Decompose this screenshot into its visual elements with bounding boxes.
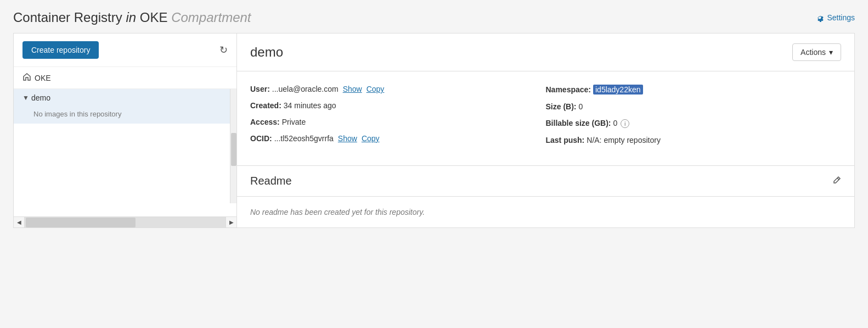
ocid-label: OCID: [250, 134, 272, 143]
created-label: Created: [250, 101, 281, 110]
collapse-arrow-icon: ▼ [22, 94, 29, 102]
billable-label: Billable size (GB): [546, 119, 611, 127]
size-row: Size (B): 0 [546, 102, 842, 111]
main-content: Create repository ↻ OKE ▼ [0, 33, 868, 241]
ocid-row: OCID: ...tl52eosh5gvrrfa Show Copy [250, 134, 546, 143]
settings-label: Settings [827, 13, 855, 22]
left-panel-toolbar: Create repository ↻ [14, 34, 236, 67]
namespace-label: Namespace: [546, 85, 591, 94]
ocid-show-link[interactable]: Show [338, 134, 357, 143]
tree-area: OKE ▼ demo No images in this repository [14, 67, 236, 227]
horizontal-scrollbar-area: ◀ ▶ [14, 216, 236, 227]
tree-child-header: ▼ demo [14, 89, 230, 107]
namespace-row: Namespace: id5lady22ken [546, 85, 842, 94]
tree-scroll-wrapper: ▼ demo No images in this repository [14, 89, 236, 216]
user-row: User: ...uela@oracle.com Show Copy [250, 85, 546, 93]
access-row: Access: Private [250, 118, 546, 126]
h-scroll-track[interactable] [25, 217, 226, 227]
ocid-copy-link[interactable]: Copy [362, 134, 380, 143]
created-row: Created: 34 minutes ago [250, 101, 546, 110]
tree-child-content: No images in this repository [14, 107, 230, 124]
refresh-icon[interactable]: ↻ [219, 44, 228, 56]
details-left-col: User: ...uela@oracle.com Show Copy Creat… [250, 85, 546, 152]
readme-title: Readme [250, 175, 292, 187]
user-copy-link[interactable]: Copy [367, 85, 385, 93]
readme-header: Readme [237, 166, 854, 197]
tree-child-demo[interactable]: ▼ demo No images in this repository [14, 89, 230, 124]
user-label: User: [250, 85, 270, 93]
settings-link[interactable]: Settings [815, 13, 855, 22]
repo-header: demo Actions ▾ [237, 34, 854, 71]
last-push-value: N/A: empty repository [587, 136, 661, 144]
page-title: Container Registry in OKE Compartment [13, 10, 251, 25]
tree-root-label: OKE [35, 74, 51, 82]
details-right-col: Namespace: id5lady22ken Size (B): 0 Bill… [546, 85, 842, 152]
access-label: Access: [250, 118, 280, 126]
access-value: Private [282, 118, 306, 126]
create-repository-button[interactable]: Create repository [22, 41, 99, 59]
h-scroll-left-button[interactable]: ◀ [14, 217, 25, 228]
vertical-scrollbar[interactable] [230, 89, 236, 203]
details-section: User: ...uela@oracle.com Show Copy Creat… [237, 71, 854, 166]
h-scroll-thumb[interactable] [26, 218, 136, 227]
page-header: Container Registry in OKE Compartment Se… [0, 0, 868, 33]
tree-child-label: demo [31, 93, 50, 102]
chevron-down-icon: ▾ [829, 48, 833, 57]
last-push-row: Last push: N/A: empty repository [546, 136, 842, 144]
left-panel: Create repository ↻ OKE ▼ [13, 33, 237, 228]
billable-value: 0 [613, 119, 618, 127]
h-scroll-right-button[interactable]: ▶ [226, 217, 236, 228]
edit-readme-icon[interactable] [832, 176, 841, 187]
actions-button[interactable]: Actions ▾ [792, 43, 841, 61]
size-label: Size (B): [546, 102, 577, 111]
ocid-value: ...tl52eosh5gvrrfa [274, 134, 334, 143]
info-icon[interactable]: i [621, 119, 629, 128]
created-value: 34 minutes ago [284, 101, 336, 110]
gear-icon [815, 13, 824, 22]
namespace-value: id5lady22ken [593, 85, 643, 94]
tree-items-wrapper: ▼ demo No images in this repository [14, 89, 236, 124]
home-icon [22, 73, 31, 83]
v-scroll-thumb[interactable] [231, 133, 236, 166]
user-show-link[interactable]: Show [343, 85, 362, 93]
size-value: 0 [579, 102, 583, 111]
readme-content: No readme has been created yet for this … [237, 197, 854, 227]
last-push-label: Last push: [546, 136, 585, 144]
repo-title: demo [250, 45, 283, 60]
right-panel: demo Actions ▾ User: ...uela@oracle.com … [237, 33, 855, 228]
billable-row: Billable size (GB): 0 i [546, 119, 842, 128]
tree-root-oke[interactable]: OKE [14, 67, 236, 89]
user-value: ...uela@oracle.com [272, 85, 339, 93]
